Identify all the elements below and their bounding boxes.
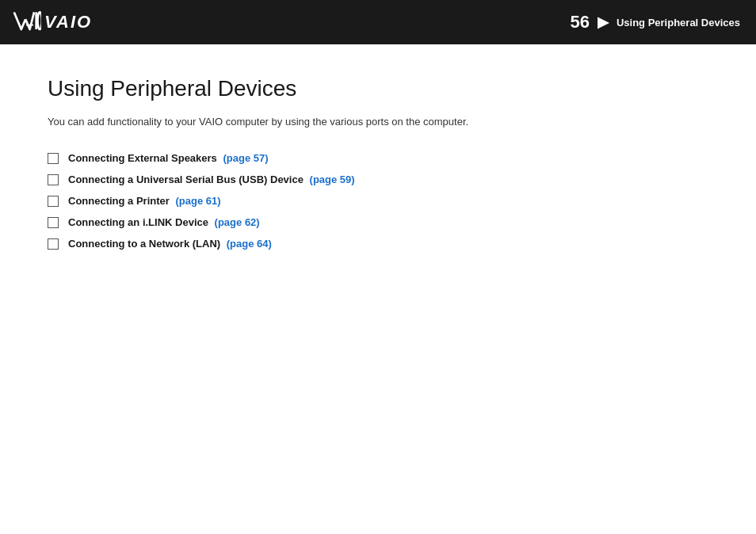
checkbox-icon — [48, 174, 59, 185]
checkbox-icon — [48, 196, 59, 207]
checkbox-icon — [48, 153, 59, 164]
checkbox-icon — [48, 238, 59, 250]
list-item: Connecting a Universal Serial Bus (USB) … — [48, 174, 708, 185]
vaio-text: VAIO — [44, 12, 92, 32]
list-item: Connecting to a Network (LAN) (page 64) — [48, 238, 708, 250]
vaio-logo: VAIO — [13, 8, 92, 36]
list-item: Connecting External Speakers (page 57) — [48, 152, 708, 164]
list-item: Connecting a Printer (page 61) — [48, 195, 708, 207]
list-item-link[interactable]: (page 59) — [310, 174, 355, 185]
header-section-title: Using Peripheral Devices — [617, 17, 740, 29]
header-right: 56 ▶ Using Peripheral Devices — [570, 12, 740, 32]
main-content: Using Peripheral Devices You can add fun… — [0, 44, 756, 291]
intro-paragraph: You can add functionality to your VAIO c… — [48, 114, 708, 130]
svg-point-2 — [38, 12, 42, 29]
list-item-link[interactable]: (page 64) — [227, 238, 272, 250]
page-number: 56 — [570, 12, 589, 32]
list-item-label: Connecting to a Network (LAN) (page 64) — [68, 238, 272, 250]
list-item-link[interactable]: (page 57) — [223, 152, 268, 164]
list-item-label: Connecting a Universal Serial Bus (USB) … — [68, 174, 355, 185]
list-item-label: Connecting a Printer (page 61) — [68, 195, 221, 207]
list-item: Connecting an i.LINK Device (page 62) — [48, 216, 708, 228]
page-title: Using Peripheral Devices — [48, 76, 708, 101]
header-bar: VAIO 56 ▶ Using Peripheral Devices — [0, 0, 756, 44]
list-item-label: Connecting an i.LINK Device (page 62) — [68, 216, 260, 228]
topics-list: Connecting External Speakers (page 57)Co… — [48, 152, 708, 250]
header-arrow: ▶ — [598, 13, 609, 31]
list-item-link[interactable]: (page 61) — [175, 195, 220, 207]
checkbox-icon — [48, 217, 59, 228]
list-item-label: Connecting External Speakers (page 57) — [68, 152, 269, 164]
vaio-logo-icon — [13, 8, 41, 36]
list-item-link[interactable]: (page 62) — [215, 216, 260, 228]
